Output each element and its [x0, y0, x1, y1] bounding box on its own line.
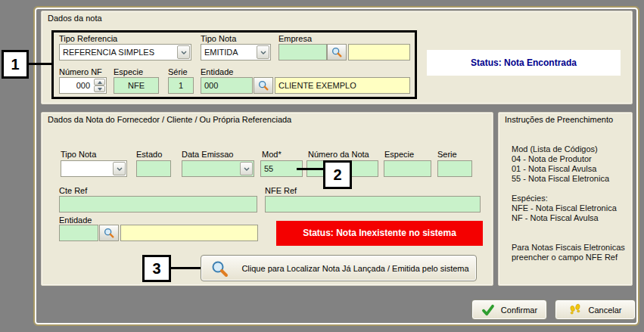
- empresa-search-button[interactable]: [327, 44, 347, 61]
- especie-input[interactable]: NFE: [114, 77, 159, 94]
- tipo-nota-select[interactable]: EMITIDA: [201, 44, 271, 61]
- tipo-referencia-select[interactable]: REFERENCIA SIMPLES: [59, 44, 191, 61]
- ref-mod-label: Mod*: [262, 150, 282, 159]
- tipo-nota-label: Tipo Nota: [201, 34, 236, 43]
- callout-3-box: 3: [142, 255, 171, 282]
- tipo-nota-value: EMITIDA: [204, 45, 255, 60]
- callout-3-line: [171, 267, 201, 269]
- group-instrucoes: Instruções de Preenchimento Mod (Lista d…: [498, 112, 633, 286]
- instrucoes-line: Mod (Lista de Códigos): [512, 144, 629, 154]
- chevron-down-icon[interactable]: [113, 162, 126, 175]
- ref-especie-input[interactable]: [384, 160, 431, 177]
- ref-entidade-name-input[interactable]: [120, 225, 258, 241]
- callout-1-box: 1: [2, 50, 29, 79]
- instrucoes-line: [512, 184, 629, 194]
- search-icon: [331, 46, 343, 58]
- cte-ref-input[interactable]: [59, 196, 257, 213]
- callout-2-box: 2: [323, 160, 352, 189]
- chevron-down-icon[interactable]: [257, 45, 269, 59]
- ref-numero-da-nota-label: Número da Nota: [308, 150, 369, 159]
- instrucoes-line: [512, 223, 629, 233]
- ref-data-emissao-select[interactable]: [182, 160, 254, 177]
- localizar-nota-button-label: Clique para Localizar Nota Já Lançada / …: [235, 264, 476, 273]
- callout-1-line: [29, 63, 54, 65]
- entidade-search-button[interactable]: [254, 77, 273, 94]
- cancelar-button-label: Cancelar: [588, 306, 621, 315]
- numero-nf-value: 000: [60, 78, 92, 93]
- entidade-code-input[interactable]: 000: [201, 77, 253, 94]
- search-icon: [103, 227, 115, 239]
- tipo-referencia-label: Tipo Referencia: [59, 34, 117, 43]
- instrucoes-line: 01 - Nota Fiscal Avulsa: [512, 164, 629, 174]
- group-dados-da-nota-title: Dados da nota: [48, 14, 102, 23]
- instrucoes-line: NF - Nota Fiscal Avulsa: [512, 213, 629, 223]
- serie-label: Série: [168, 67, 188, 76]
- chevron-down-icon[interactable]: [240, 162, 253, 175]
- entidade-name-input[interactable]: CLIENTE EXEMPLO: [275, 77, 410, 94]
- ref-especie-label: Especie: [384, 150, 414, 159]
- instrucoes-line: Para Notas Fiscais Eletronicas: [512, 243, 629, 253]
- group-instrucoes-title: Instruções de Preenchimento: [505, 115, 613, 124]
- ref-estado-label: Estado: [136, 150, 162, 159]
- instrucoes-line: preencher o campo NFE Ref: [512, 253, 629, 262]
- serie-input[interactable]: 1: [168, 77, 194, 94]
- numero-nf-stepper[interactable]: 000: [59, 77, 107, 94]
- ref-entidade-label: Entidade: [59, 216, 92, 225]
- check-icon: [481, 303, 495, 317]
- confirmar-button-label: Confirmar: [501, 306, 537, 315]
- group-dados-referenciada-title: Dados da Nota do Fornecedor / Cliente / …: [48, 115, 291, 124]
- instrucoes-line: 55 - Nota Fiscal Eletronica: [512, 174, 629, 184]
- empresa-name-input[interactable]: [348, 44, 410, 61]
- ref-tipo-nota-label: Tipo Nota: [61, 150, 96, 159]
- instrucoes-text: Mod (Lista de Códigos) 04 - Nota de Prod…: [512, 144, 629, 262]
- numero-nf-label: Número NF: [59, 67, 102, 76]
- spin-up-icon[interactable]: [94, 79, 105, 85]
- ref-serie-label: Serie: [437, 150, 457, 159]
- cte-ref-label: Cte Ref: [59, 186, 87, 195]
- instrucoes-line: [512, 233, 629, 243]
- dialog-window: Dados da nota Tipo Referencia REFERENCIA…: [33, 6, 639, 326]
- localizar-nota-button[interactable]: Clique para Localizar Nota Já Lançada / …: [201, 255, 477, 281]
- instrucoes-line: NFE - Nota Fiscal Eletronica: [512, 203, 629, 213]
- chevron-down-icon[interactable]: [177, 45, 190, 59]
- spin-down-icon[interactable]: [94, 85, 105, 92]
- screen: { "callouts": { "one": "1", "two": "2", …: [0, 0, 644, 332]
- confirmar-button[interactable]: Confirmar: [471, 299, 547, 320]
- nfe-ref-input[interactable]: [265, 196, 481, 213]
- entidade-label: Entidade: [201, 67, 233, 76]
- ref-serie-input[interactable]: [437, 160, 472, 177]
- status-nota-encontrada: Status: Nota Encontrada: [427, 50, 621, 76]
- instrucoes-line: 04 - Nota de Produtor: [512, 154, 629, 164]
- ref-entidade-search-button[interactable]: [99, 225, 119, 241]
- group-dados-referenciada: Dados da Nota do Fornecedor / Cliente / …: [41, 112, 493, 286]
- search-icon: [257, 79, 269, 92]
- especie-label: Especie: [114, 67, 143, 76]
- ref-data-emissao-label: Data Emissao: [182, 150, 233, 159]
- tipo-referencia-value: REFERENCIA SIMPLES: [63, 45, 176, 60]
- footprints-icon: [568, 303, 582, 317]
- nfe-ref-label: NFE Ref: [265, 186, 297, 195]
- status-nota-inexistente: Status: Nota Inexistente no sistema: [276, 221, 483, 246]
- empresa-code-input[interactable]: [278, 44, 327, 61]
- group-dados-da-nota: Dados da nota Tipo Referencia REFERENCIA…: [41, 11, 633, 104]
- ref-entidade-code-input[interactable]: [59, 225, 98, 241]
- instrucoes-line: Espécies:: [512, 194, 629, 203]
- cancelar-button[interactable]: Cancelar: [555, 299, 636, 320]
- ref-estado-input[interactable]: [136, 160, 171, 177]
- ref-tipo-nota-select[interactable]: [61, 160, 127, 177]
- search-icon: [210, 259, 229, 278]
- callout-2-line: [297, 168, 323, 170]
- empresa-label: Empresa: [278, 34, 312, 43]
